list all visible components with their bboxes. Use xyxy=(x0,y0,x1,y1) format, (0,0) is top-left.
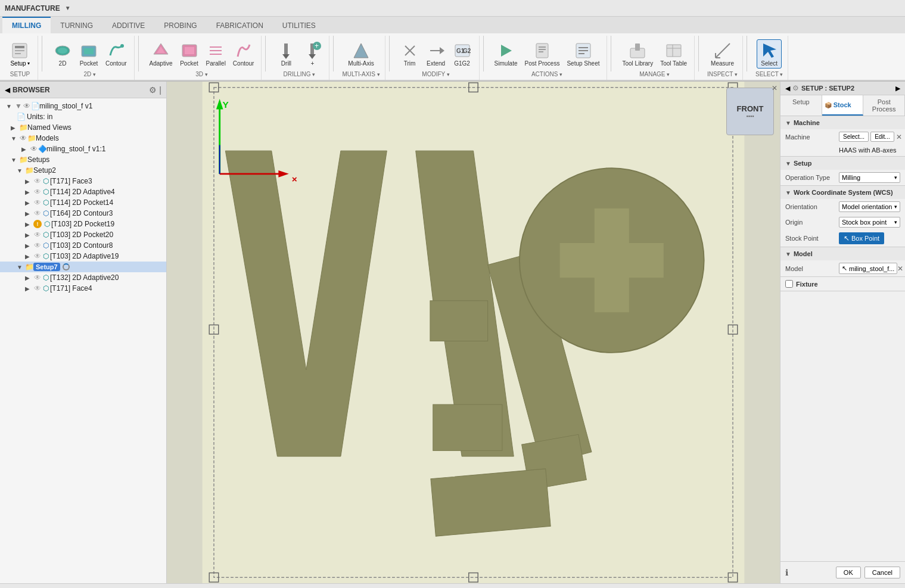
3d-contour-label: Contour xyxy=(233,60,254,67)
machine-clear-button[interactable]: ✕ xyxy=(896,132,902,142)
tree-item-units[interactable]: 📄 Units: in xyxy=(0,111,166,122)
tree-arrow-root: ▼ xyxy=(6,103,14,110)
tree-item-t103-pocket20[interactable]: ▶ 👁 ⬡ [T103] 2D Pocket20 xyxy=(0,229,166,240)
svg-text:Y: Y xyxy=(223,99,229,110)
2d-contour-button[interactable]: Contour xyxy=(103,40,129,68)
2d-adaptive-button[interactable]: 2D xyxy=(51,40,74,68)
tree-item-setup2[interactable]: ▼ 📁 Setup2 xyxy=(0,165,166,176)
tab-fabrication[interactable]: FABRICATION xyxy=(207,17,273,33)
svg-point-5 xyxy=(58,48,67,54)
simulate-button[interactable]: Simulate xyxy=(492,40,520,68)
tree-arrow-t171-face3: ▶ xyxy=(25,178,33,185)
eye-icon-models: 👁 xyxy=(19,134,27,142)
machine-select-button[interactable]: Select... xyxy=(839,132,869,142)
ribbon-group-modify: Trim Extend G1G2 G1G2 MODIFY ▾ xyxy=(393,36,480,80)
3d-contour-button[interactable]: Contour xyxy=(231,40,257,68)
svg-line-43 xyxy=(716,43,730,58)
3d-adaptive-label: Adaptive xyxy=(150,60,173,67)
simulate-label: Simulate xyxy=(495,60,518,67)
measure-button[interactable]: Measure xyxy=(708,40,736,68)
rp-tab-stock[interactable]: 📦Stock xyxy=(822,95,864,116)
browser-panel: ◀ BROWSER ⚙ | ▼ ▼ 👁 📄 miling_stool_f v1 … xyxy=(0,82,167,583)
drill-add-button[interactable]: + + xyxy=(300,40,324,68)
browser-pin-icon[interactable]: | xyxy=(159,85,161,95)
tree-item-named-views[interactable]: ▶ 📁 Named Views xyxy=(0,122,166,133)
3d-pocket-button[interactable]: Pocket xyxy=(178,40,201,68)
view-cube-close[interactable]: ✕ xyxy=(772,84,778,92)
ribbon-group-setup: Setup▾ SETUP xyxy=(2,36,38,80)
model-section-header[interactable]: ▼ Model xyxy=(780,247,905,260)
tab-probing[interactable]: PROBING xyxy=(154,17,206,33)
wcs-section-header[interactable]: ▼ Work Coordinate System (WCS) xyxy=(780,186,905,199)
model-clear-button[interactable]: ✕ xyxy=(897,265,903,273)
model-input[interactable]: ↖ miling_stool_f... xyxy=(839,263,897,274)
tree-item-setups[interactable]: ▼ 📁 Setups xyxy=(0,154,166,165)
drill-icon xyxy=(276,41,296,60)
tree-item-t164-contour3[interactable]: ▶ 👁 ⬡ [T164] 2D Contour3 xyxy=(0,208,166,219)
2d-pocket-button[interactable]: Pocket xyxy=(77,40,101,68)
tree-item-models[interactable]: ▼ 👁 📁 Models xyxy=(0,133,166,144)
app-dropdown-arrow[interactable]: ▼ xyxy=(65,5,71,11)
tree-item-t171-face3[interactable]: ▶ 👁 ⬡ [T171] Face3 xyxy=(0,176,166,186)
post-process-button[interactable]: Post Process xyxy=(523,40,562,68)
tree-item-setup7[interactable]: ▼ 📁 Setup7 xyxy=(0,262,166,272)
multiaxis-button[interactable]: Multi-Axis xyxy=(346,40,376,68)
svg-rect-40 xyxy=(667,45,681,57)
extend-button[interactable]: Extend xyxy=(424,40,448,68)
trim-button[interactable]: Trim xyxy=(398,40,422,68)
setup-button[interactable]: Setup▾ xyxy=(8,40,32,68)
tree-label-t114-adaptive4: [T114] 2D Adaptive4 xyxy=(50,188,115,196)
3d-adaptive-button[interactable]: Adaptive xyxy=(147,40,175,68)
tool-table-button[interactable]: Tool Table xyxy=(658,40,689,68)
drill-button[interactable]: Drill xyxy=(274,40,298,68)
tree-item-t132-adaptive20[interactable]: ▶ 👁 ⬡ [T132] 2D Adaptive20 xyxy=(0,272,166,283)
tool-library-button[interactable]: Tool Library xyxy=(620,40,655,68)
rp-expand-icon[interactable]: ◀ xyxy=(785,85,790,92)
tree-item-root[interactable]: ▼ ▼ 👁 📄 miling_stool_f v1 xyxy=(0,101,166,111)
tree-item-t114-pocket14[interactable]: ▶ 👁 ⬡ [T114] 2D Pocket14 xyxy=(0,197,166,208)
origin-select[interactable]: Stock box point ▾ xyxy=(839,217,900,228)
operation-type-field: Operation Type Milling ▾ xyxy=(780,170,905,185)
operation-type-value: Milling xyxy=(842,174,860,181)
tab-milling[interactable]: MILLING xyxy=(2,17,51,33)
g1g2-button[interactable]: G1G2 G1G2 xyxy=(450,40,474,68)
tab-utilities[interactable]: UTILITIES xyxy=(273,17,325,33)
select-button[interactable]: Select xyxy=(757,39,782,69)
rp-tab-setup[interactable]: Setup xyxy=(780,95,822,116)
app-name[interactable]: MANUFACTURE xyxy=(5,4,60,13)
rp-forward-icon[interactable]: ▶ xyxy=(895,85,900,92)
doc-icon-units: 📄 xyxy=(17,113,25,121)
tree-item-t103-contour8[interactable]: ▶ 👁 ⬡ [T103] 2D Contour8 xyxy=(0,240,166,251)
tree-item-miling-model[interactable]: ▶ 👁 🔷 miling_stool_f v1:1 xyxy=(0,144,166,154)
tree-label-named-views: Named Views xyxy=(27,123,71,132)
view-cube[interactable]: FRONT ▪▪▪▪ ✕ xyxy=(726,88,774,135)
tree-item-t103-pocket19[interactable]: ▶ ! ⬡ [T103] 2D Pocket19 xyxy=(0,219,166,229)
actions-group-label: ACTIONS ▾ xyxy=(531,71,562,79)
tree-arrow-t103-contour8: ▶ xyxy=(25,242,33,249)
orientation-select[interactable]: Model orientation ▾ xyxy=(839,201,900,212)
tab-additive[interactable]: ADDITIVE xyxy=(102,17,154,33)
browser-collapse-icon[interactable]: ◀ xyxy=(5,86,10,94)
fixture-checkbox[interactable] xyxy=(785,280,793,288)
machine-edit-button[interactable]: Edit... xyxy=(870,132,894,142)
fixture-checkbox-field[interactable]: Fixture xyxy=(780,277,905,291)
tree-item-t103-adaptive19[interactable]: ▶ 👁 ⬡ [T103] 2D Adaptive19 xyxy=(0,251,166,262)
2d-group-label: 2D ▾ xyxy=(84,71,97,79)
rp-tab-post[interactable]: Post Process xyxy=(863,95,905,116)
machine-section-header[interactable]: ▼ Machine xyxy=(780,116,905,129)
viewport[interactable]: Y × FRONT ▪▪▪▪ ✕ xyxy=(167,82,780,583)
setup-section-header[interactable]: ▼ Setup xyxy=(780,157,905,170)
operation-type-select[interactable]: Milling ▾ xyxy=(839,172,900,183)
tree-item-t171-face4[interactable]: ▶ 👁 ⬡ [T171] Face4 xyxy=(0,283,166,294)
stock-point-button[interactable]: ↖ Box Point xyxy=(839,232,884,244)
cancel-button[interactable]: Cancel xyxy=(864,567,900,578)
ok-button[interactable]: OK xyxy=(836,567,861,578)
3d-parallel-button[interactable]: Parallel xyxy=(204,40,228,68)
tab-turning[interactable]: TURNING xyxy=(51,17,102,33)
tree-arrow-t103-adaptive19: ▶ xyxy=(25,253,33,260)
tree-area: ▼ ▼ 👁 📄 miling_stool_f v1 📄 Units: in ▶ … xyxy=(0,98,166,583)
tree-item-t114-adaptive4[interactable]: ▶ 👁 ⬡ [T114] 2D Adaptive4 xyxy=(0,186,166,197)
browser-settings-icon[interactable]: ⚙ xyxy=(149,85,157,95)
info-icon[interactable]: ℹ xyxy=(785,568,788,577)
setup-sheet-button[interactable]: Setup Sheet xyxy=(564,40,602,68)
